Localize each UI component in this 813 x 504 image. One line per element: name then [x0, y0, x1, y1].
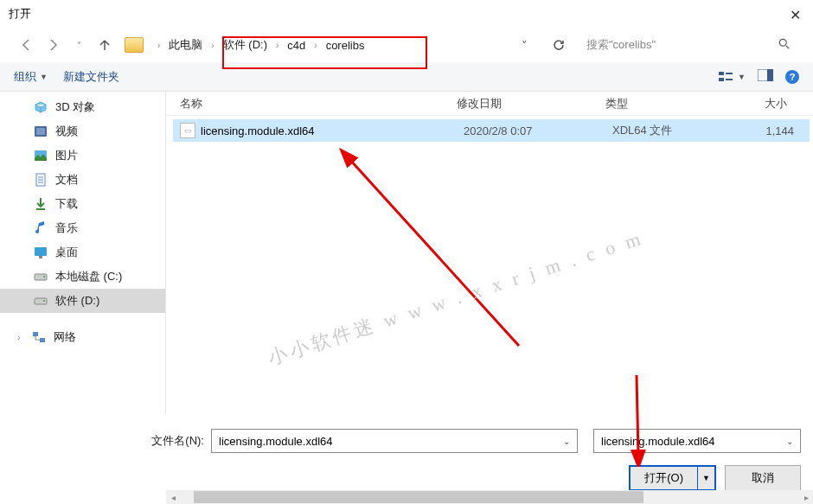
file-icon: ▭: [180, 123, 195, 138]
scroll-right-icon[interactable]: ▸: [799, 493, 813, 502]
chevron-down-icon[interactable]: ˅: [522, 39, 533, 52]
crumb-root[interactable]: 此电脑: [165, 35, 206, 54]
svg-rect-1: [719, 72, 724, 75]
sidebar-item-desktop[interactable]: 桌面: [0, 240, 165, 265]
search-placeholder: 搜索"corelibs": [586, 37, 656, 53]
document-icon: [33, 173, 48, 187]
sidebar-item-music[interactable]: 音乐: [0, 216, 165, 240]
back-button[interactable]: [16, 34, 38, 56]
recent-dropdown[interactable]: ˅: [67, 34, 90, 56]
chevron-right-icon: ›: [276, 41, 278, 50]
breadcrumb[interactable]: › 此电脑 › 软件 (D:) › c4d › corelibs ˅: [152, 32, 538, 58]
help-icon[interactable]: ?: [785, 70, 799, 84]
crumb-folder1[interactable]: c4d: [284, 37, 309, 54]
svg-rect-4: [726, 79, 733, 80]
music-icon: [33, 221, 48, 235]
cube-icon: [33, 100, 48, 114]
crumb-folder2[interactable]: corelibs: [323, 37, 368, 54]
up-button[interactable]: [93, 34, 116, 56]
chevron-down-icon[interactable]: ⌄: [563, 437, 570, 446]
network-icon: [31, 330, 47, 344]
search-icon[interactable]: [778, 38, 791, 53]
chevron-down-icon: ▼: [40, 73, 48, 81]
scrollbar-thumb[interactable]: [194, 491, 643, 503]
sidebar-item-documents[interactable]: 文档: [0, 168, 165, 192]
nav-bar: ˅ › 此电脑 › 软件 (D:) › c4d › corelibs ˅ 搜索"…: [0, 28, 813, 62]
filename-input[interactable]: licensing.module.xdl64 ⌄: [211, 429, 578, 453]
svg-rect-12: [39, 256, 42, 258]
file-row[interactable]: ▭ licensing.module.xdl64 2020/2/8 0:07 X…: [173, 119, 810, 142]
sidebar-item-pictures[interactable]: 图片: [0, 144, 165, 168]
sidebar-item-3d-objects[interactable]: 3D 对象: [0, 95, 165, 119]
new-folder-button[interactable]: 新建文件夹: [63, 69, 119, 85]
sidebar-item-local-disk-c[interactable]: 本地磁盘 (C:): [0, 265, 165, 289]
sidebar-item-videos[interactable]: 视频: [0, 119, 165, 144]
disk-icon: [33, 294, 48, 308]
refresh-button[interactable]: [547, 33, 571, 57]
chevron-right-icon: ›: [314, 41, 317, 50]
svg-rect-18: [40, 338, 45, 342]
organize-menu[interactable]: 组织 ▼: [14, 69, 48, 85]
chevron-right-icon: ›: [211, 41, 214, 50]
view-options-button[interactable]: ▼: [719, 71, 746, 83]
forward-button[interactable]: [42, 34, 64, 56]
svg-rect-15: [35, 298, 47, 304]
column-size[interactable]: 大小: [735, 96, 787, 112]
chevron-down-icon[interactable]: ⌄: [786, 437, 793, 446]
sidebar-item-network[interactable]: 网络: [0, 325, 165, 349]
window-title: 打开: [9, 6, 31, 22]
horizontal-scrollbar[interactable]: ◂ ▸: [166, 490, 813, 504]
file-type: XDL64 文件: [612, 123, 742, 138]
sidebar-item-downloads[interactable]: 下载: [0, 192, 165, 216]
svg-rect-13: [35, 274, 47, 280]
file-date: 2020/2/8 0:07: [464, 124, 612, 137]
open-dropdown-icon[interactable]: ▼: [697, 467, 714, 489]
pictures-icon: [33, 149, 48, 163]
svg-rect-17: [33, 332, 38, 336]
column-date[interactable]: 修改日期: [457, 96, 605, 112]
svg-rect-6: [767, 69, 773, 81]
column-headers: 名称 修改日期 类型 大小: [166, 92, 813, 116]
video-icon: [33, 124, 48, 138]
desktop-icon: [33, 246, 48, 259]
chevron-down-icon: ▼: [738, 73, 746, 81]
title-bar: 打开 ✕: [0, 0, 813, 28]
svg-rect-11: [35, 247, 47, 256]
column-name[interactable]: 名称: [180, 96, 457, 112]
scroll-left-icon[interactable]: ◂: [166, 493, 180, 502]
open-button[interactable]: 打开(O) ▼: [629, 465, 716, 491]
main-area: 3D 对象 视频 图片 文档 下载 音乐 桌面 本地磁盘 (C:) 软件 (D:…: [0, 92, 813, 413]
file-type-filter[interactable]: licensing.module.xdl64 ⌄: [593, 429, 801, 453]
column-type[interactable]: 类型: [605, 96, 735, 112]
cancel-button[interactable]: 取消: [725, 465, 801, 491]
preview-pane-button[interactable]: [758, 69, 773, 84]
file-size: 1,144: [742, 124, 794, 137]
sort-indicator-icon: ▵: [462, 93, 466, 102]
close-icon[interactable]: ✕: [790, 7, 801, 23]
file-list: ▵ 名称 修改日期 类型 大小 ▭ licensing.module.xdl64…: [166, 92, 813, 413]
crumb-drive[interactable]: 软件 (D:): [220, 35, 271, 54]
chevron-right-icon: ›: [157, 41, 160, 50]
svg-rect-3: [726, 73, 733, 74]
sidebar: 3D 对象 视频 图片 文档 下载 音乐 桌面 本地磁盘 (C:) 软件 (D:…: [0, 92, 166, 413]
svg-point-0: [779, 39, 786, 46]
svg-rect-2: [719, 78, 724, 81]
search-input[interactable]: 搜索"corelibs": [579, 32, 797, 58]
folder-icon: [125, 37, 144, 53]
disk-icon: [33, 270, 48, 284]
svg-point-14: [43, 276, 45, 278]
filename-label: 文件名(N):: [12, 433, 204, 449]
sidebar-item-software-d[interactable]: 软件 (D:): [0, 289, 165, 313]
file-name: licensing.module.xdl64: [201, 124, 464, 137]
svg-rect-8: [36, 128, 45, 135]
svg-point-16: [43, 300, 45, 302]
download-icon: [33, 197, 48, 211]
toolbar: 组织 ▼ 新建文件夹 ▼ ?: [0, 62, 813, 92]
